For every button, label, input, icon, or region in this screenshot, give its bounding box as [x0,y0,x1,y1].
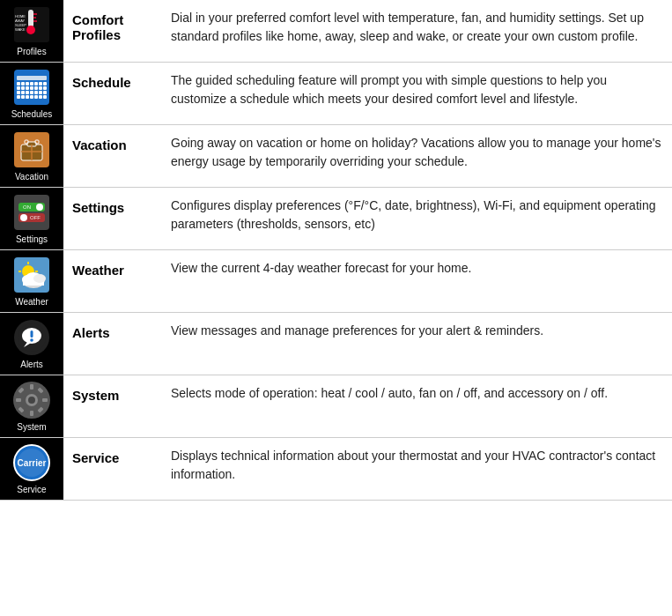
icon-cell-weather: Weather [0,250,63,312]
system-title: System [63,375,160,437]
system-icon [12,381,51,419]
row-profiles[interactable]: HOME AWAY SLEEP WAKE Profiles Comfort Pr… [0,0,672,63]
service-desc: Displays technical information about you… [160,438,672,500]
service-title: Service [63,438,160,500]
profiles-icon: HOME AWAY SLEEP WAKE [12,5,51,44]
service-icon-label: Service [17,485,46,494]
svg-rect-39 [42,398,48,402]
schedules-icon [12,68,51,107]
settings-icon: ON OFF [12,193,51,232]
row-weather[interactable]: Weather Weather View the current 4-day w… [0,250,672,313]
alerts-desc: View messages and manage preferences for… [160,313,672,375]
icon-cell-alerts: Alerts [0,313,63,375]
svg-rect-1 [28,10,33,27]
service-icon: Carrier [12,443,51,482]
icon-cell-schedules: Schedules [0,63,63,124]
alerts-icon [12,318,51,357]
settings-title: Settings [63,188,160,249]
svg-point-32 [30,338,33,342]
row-schedules[interactable]: Schedules Schedule The guided scheduling… [0,63,672,125]
icon-cell-vacation: Vacation [0,125,63,187]
schedules-desc: The guided scheduling feature will promp… [160,63,672,124]
weather-icon [12,256,51,294]
svg-text:Carrier: Carrier [18,458,47,468]
profiles-icon-label: Profiles [17,47,46,56]
svg-rect-36 [30,384,33,390]
vacation-icon [12,130,51,169]
settings-desc: Configures display preferences (°F/°C, d… [160,188,672,249]
row-service[interactable]: Carrier Service Service Displays technic… [0,438,672,501]
svg-point-27 [33,274,46,283]
alerts-icon-label: Alerts [20,360,43,369]
svg-rect-31 [31,330,33,338]
icon-cell-settings: ON OFF Settings [0,188,63,249]
alerts-title: Alerts [63,313,160,375]
weather-desc: View the current 4-day weather forecast … [160,250,672,312]
row-system[interactable]: System System Selects mode of operation:… [0,375,672,438]
svg-rect-38 [16,398,21,402]
row-alerts[interactable]: Alerts Alerts View messages and manage p… [0,313,672,375]
vacation-desc: Going away on vacation or home on holida… [160,125,672,187]
svg-rect-37 [30,411,33,416]
profiles-title: Comfort Profiles [63,0,160,62]
vacation-title: Vacation [63,125,160,187]
weather-title: Weather [63,250,160,312]
schedules-icon-label: Schedules [11,109,53,119]
settings-icon-label: Settings [16,234,48,244]
row-settings[interactable]: ON OFF Settings Settings Configures disp… [0,188,672,250]
system-icon-label: System [17,422,46,432]
weather-icon-label: Weather [15,297,48,307]
svg-point-35 [28,397,35,404]
menu-table: HOME AWAY SLEEP WAKE Profiles Comfort Pr… [0,0,672,501]
schedules-title: Schedule [63,63,160,124]
system-desc: Selects mode of operation: heat / cool /… [160,375,672,437]
row-vacation[interactable]: Vacation Vacation Going away on vacation… [0,125,672,188]
icon-cell-service: Carrier Service [0,438,63,500]
icon-cell-system: System [0,375,63,437]
icon-cell-profiles: HOME AWAY SLEEP WAKE Profiles [0,0,63,62]
svg-text:WAKE: WAKE [15,27,26,32]
vacation-icon-label: Vacation [15,172,48,182]
svg-point-2 [26,26,35,34]
profiles-desc: Dial in your preferred comfort level wit… [160,0,672,62]
